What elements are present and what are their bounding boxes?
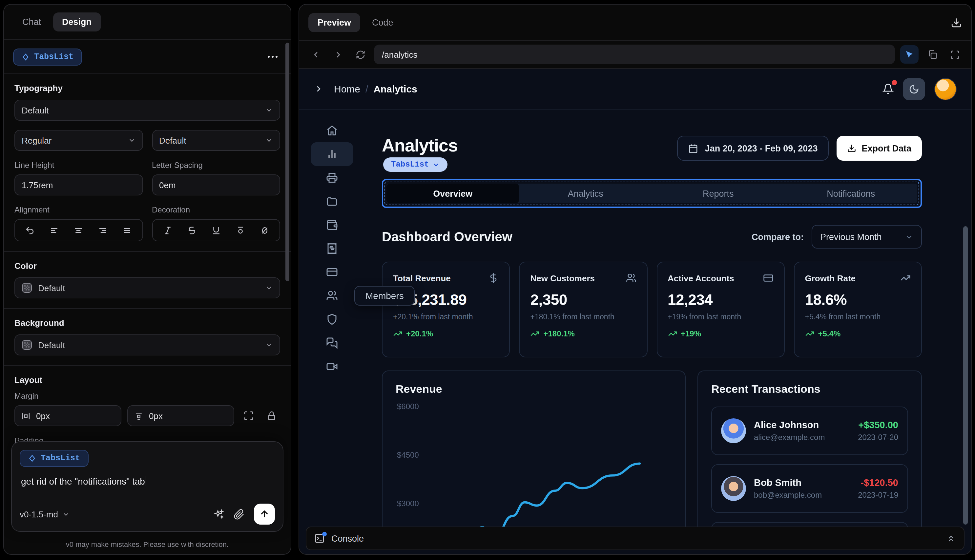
- section-title: Dashboard Overview: [382, 229, 513, 244]
- console-bar[interactable]: Console: [306, 527, 965, 550]
- terminal-icon: [314, 533, 325, 543]
- lock-margins-icon[interactable]: [263, 410, 280, 421]
- letter-spacing-input[interactable]: [152, 175, 280, 195]
- url-input[interactable]: [374, 45, 895, 64]
- preview-scrollbar[interactable]: [963, 226, 968, 525]
- user-avatar[interactable]: [934, 78, 957, 100]
- margin-x-input[interactable]: 0px: [15, 405, 121, 426]
- tab-code[interactable]: Code: [363, 13, 402, 32]
- tab-design[interactable]: Design: [53, 12, 101, 32]
- rail-wallet-icon[interactable]: [311, 213, 353, 237]
- date-range-picker[interactable]: Jan 20, 2023 - Feb 09, 2023: [678, 136, 829, 161]
- chart-title: Revenue: [396, 383, 672, 396]
- model-selector[interactable]: v0-1.5-md: [20, 509, 69, 519]
- chevron-down-icon: [265, 137, 273, 144]
- stat-cards: Total Revenue $45,231.89 +20.1% from las…: [382, 262, 922, 357]
- sparkles-icon[interactable]: [213, 508, 224, 520]
- tab-reports[interactable]: Reports: [652, 183, 785, 203]
- tabslist-badge[interactable]: TabsList: [383, 157, 447, 172]
- compare-select[interactable]: Previous Month: [811, 225, 922, 248]
- attachment-icon[interactable]: [234, 508, 245, 520]
- align-center-icon[interactable]: [70, 222, 87, 239]
- avatar: [721, 476, 746, 501]
- font-weight-select[interactable]: Regular: [15, 130, 143, 151]
- tab-notifications[interactable]: Notifications: [785, 183, 918, 203]
- chevron-down-icon: [265, 284, 273, 292]
- tab-preview[interactable]: Preview: [308, 13, 360, 32]
- refresh-icon[interactable]: [352, 46, 369, 63]
- theme-toggle-button[interactable]: [903, 78, 925, 100]
- transaction-row[interactable]: Alice Johnson alice@example.com +$350.00…: [711, 407, 908, 455]
- tab-chat[interactable]: Chat: [13, 12, 50, 32]
- selected-element-chip[interactable]: TabsList: [13, 48, 82, 65]
- send-button[interactable]: [254, 503, 275, 525]
- italic-icon[interactable]: [159, 222, 176, 239]
- expand-margins-icon[interactable]: [240, 410, 257, 421]
- panel-scrollbar[interactable]: [285, 43, 289, 281]
- rail-members-icon[interactable]: Members: [311, 284, 353, 308]
- transparent-swatch-icon: [22, 340, 32, 350]
- breadcrumb-home[interactable]: Home: [334, 83, 360, 95]
- text-align-reset-icon[interactable]: [21, 222, 38, 239]
- v0-workspace: Chat Design TabsList Typography Default …: [0, 0, 975, 560]
- prompt-composer[interactable]: TabsList get rid of the "notifications" …: [11, 441, 284, 532]
- prompt-context-chip[interactable]: TabsList: [20, 450, 88, 467]
- disclaimer-text: v0 may make mistakes. Please use with di…: [4, 540, 290, 548]
- fullscreen-icon[interactable]: [946, 46, 963, 63]
- rail-video-icon[interactable]: [311, 355, 353, 378]
- export-data-button[interactable]: Export Data: [836, 136, 922, 161]
- download-icon[interactable]: [951, 17, 962, 28]
- letter-spacing-label: Letter Spacing: [152, 161, 280, 170]
- more-menu-icon[interactable]: [264, 52, 282, 62]
- inspect-pointer-icon[interactable]: [900, 45, 918, 63]
- typography-heading: Typography: [15, 83, 280, 93]
- color-select[interactable]: Default: [15, 277, 280, 298]
- back-icon[interactable]: [307, 46, 324, 63]
- font-family-select[interactable]: Default: [15, 100, 280, 121]
- rail-reports-icon[interactable]: [311, 166, 353, 190]
- transaction-amount: +$350.00: [858, 420, 898, 430]
- rail-security-icon[interactable]: [311, 308, 353, 331]
- line-height-input[interactable]: [15, 175, 143, 195]
- prompt-input[interactable]: get rid of the "notifications" tab: [21, 476, 274, 487]
- rail-receipt-icon[interactable]: [311, 237, 353, 260]
- notification-dot: [892, 80, 897, 85]
- no-decoration-icon[interactable]: [256, 222, 273, 239]
- app-topbar: Home / Analytics: [299, 69, 971, 110]
- rail-folder-icon[interactable]: [311, 190, 353, 213]
- tab-analytics[interactable]: Analytics: [519, 183, 652, 203]
- overline-icon[interactable]: [232, 222, 249, 239]
- diamond-icon: [28, 455, 36, 462]
- rail-analytics-icon[interactable]: [311, 142, 353, 166]
- chevrons-up-icon[interactable]: [946, 533, 956, 543]
- notifications-bell-icon[interactable]: [883, 83, 894, 95]
- transaction-amount: -$120.50: [858, 477, 898, 488]
- forward-icon[interactable]: [329, 46, 346, 63]
- chevron-down-icon: [62, 510, 69, 518]
- trending-up-icon: [900, 273, 911, 283]
- align-left-icon[interactable]: [46, 222, 63, 239]
- background-select[interactable]: Default: [15, 335, 280, 355]
- breadcrumb: Home / Analytics: [334, 83, 417, 95]
- layout-heading: Layout: [15, 375, 280, 385]
- alignment-label: Alignment: [15, 205, 143, 215]
- rail-home-icon[interactable]: [311, 119, 353, 142]
- trending-up-icon: [531, 329, 540, 338]
- underline-icon[interactable]: [207, 222, 224, 239]
- font-size-select[interactable]: Default: [152, 130, 280, 151]
- sidebar-expand-icon[interactable]: [314, 84, 324, 94]
- users-icon: [626, 273, 636, 283]
- tab-overview[interactable]: Overview: [386, 183, 519, 203]
- margin-label: Margin: [15, 392, 280, 401]
- selected-tabslist-outline: Overview Analytics Reports Notifications: [382, 179, 922, 208]
- margin-y-input[interactable]: 0px: [127, 405, 234, 426]
- strikethrough-icon[interactable]: [183, 222, 200, 239]
- app-sidebar-rail: Members: [299, 110, 365, 554]
- align-right-icon[interactable]: [95, 222, 112, 239]
- credit-card-icon: [763, 273, 773, 283]
- rail-credit-card-icon[interactable]: [311, 260, 353, 284]
- align-justify-icon[interactable]: [119, 222, 136, 239]
- rail-messages-icon[interactable]: [311, 331, 353, 355]
- copy-pages-icon[interactable]: [924, 46, 941, 63]
- transaction-row[interactable]: Bob Smith bob@example.com -$120.50 2023-…: [711, 464, 908, 513]
